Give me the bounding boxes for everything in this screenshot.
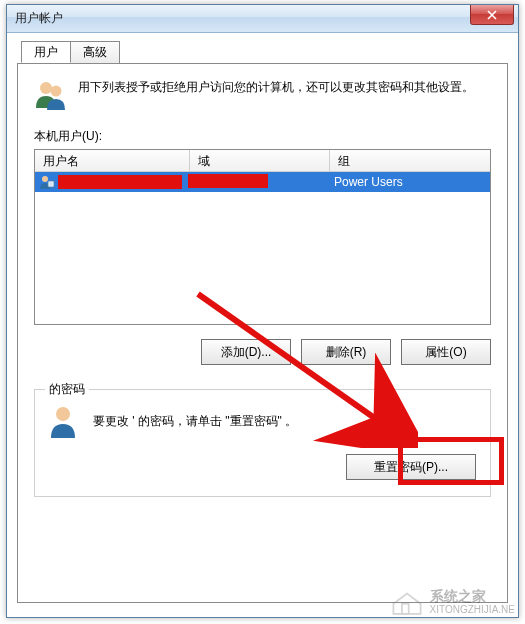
svg-point-1 <box>51 86 62 97</box>
remove-button[interactable]: 删除(R) <box>301 339 391 365</box>
cell-group: Power Users <box>330 175 490 189</box>
users-list-label: 本机用户(U): <box>34 128 491 145</box>
cell-domain <box>190 174 330 191</box>
tab-users[interactable]: 用户 <box>21 41 71 63</box>
list-header: 用户名 域 组 <box>35 150 490 172</box>
close-icon <box>487 10 497 20</box>
client-area: 用户 高级 用下列表授予或拒绝用户访问您的计算机，还可以更改其密码和其他设置。 … <box>7 33 518 617</box>
col-header-domain[interactable]: 域 <box>190 150 330 171</box>
tab-advanced[interactable]: 高级 <box>70 41 120 63</box>
users-icon <box>34 78 68 112</box>
redacted-domain <box>188 174 268 188</box>
col-header-username[interactable]: 用户名 <box>35 150 190 171</box>
tab-panel-users: 用下列表授予或拒绝用户访问您的计算机，还可以更改其密码和其他设置。 本机用户(U… <box>17 63 508 603</box>
tab-strip: 用户 高级 <box>17 41 508 63</box>
properties-button[interactable]: 属性(O) <box>401 339 491 365</box>
cell-username <box>35 175 190 189</box>
svg-point-2 <box>42 176 48 182</box>
intro-row: 用下列表授予或拒绝用户访问您的计算机，还可以更改其密码和其他设置。 <box>34 78 491 112</box>
password-groupbox: 的密码 要更改 ' 的密码，请单击 "重置密码" 。 重置密码(P)... <box>34 389 491 497</box>
col-header-group[interactable]: 组 <box>330 150 490 171</box>
user-icon <box>39 175 55 189</box>
redacted-username <box>58 175 182 189</box>
svg-point-4 <box>56 407 70 421</box>
user-password-icon <box>49 404 83 438</box>
password-text: 要更改 ' 的密码，请单击 "重置密码" 。 <box>93 413 297 430</box>
svg-point-0 <box>40 82 52 94</box>
svg-rect-3 <box>48 181 54 187</box>
dialog-window: 用户帐户 用户 高级 用下列表授予或拒绝用户访问您的计算机，还可以更改其密码和其 <box>6 4 519 618</box>
window-title: 用户帐户 <box>15 10 63 27</box>
intro-text: 用下列表授予或拒绝用户访问您的计算机，还可以更改其密码和其他设置。 <box>78 78 474 112</box>
titlebar: 用户帐户 <box>7 5 518 33</box>
list-row[interactable]: Power Users <box>35 172 490 192</box>
reset-password-button[interactable]: 重置密码(P)... <box>346 454 476 480</box>
add-button[interactable]: 添加(D)... <box>201 339 291 365</box>
users-listbox[interactable]: 用户名 域 组 Power Users <box>34 149 491 325</box>
groupbox-legend: 的密码 <box>45 381 89 398</box>
users-buttons: 添加(D)... 删除(R) 属性(O) <box>34 339 491 365</box>
close-button[interactable] <box>470 5 514 25</box>
